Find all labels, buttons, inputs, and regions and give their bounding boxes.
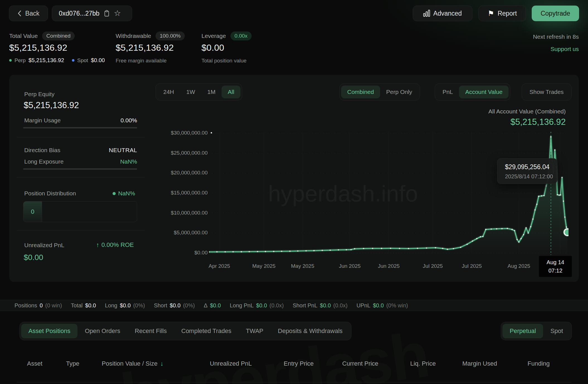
x-tick-2: May 2025	[283, 263, 322, 269]
tooltip-time: 2025/8/14 07:12:00	[505, 173, 557, 180]
summary-item-4: Δ$0.0	[204, 302, 221, 309]
chart-tooltip: $29,095,256.04 2025/8/14 07:12:00	[497, 158, 557, 184]
summary-item-5: Long PnL$0.0(0.0x)	[230, 302, 284, 309]
summary-item-6: Short PnL$0.0(0.0x)	[293, 302, 348, 309]
x-tick-6: Jul 2025	[452, 263, 491, 269]
x-tick-7: Aug 2025	[499, 263, 538, 269]
tab-asset-positions[interactable]: Asset Positions	[21, 324, 77, 338]
col-asset[interactable]: Asset	[27, 360, 42, 367]
col-liq-price[interactable]: Liq. Price	[410, 360, 436, 367]
x-tick-3: Jun 2025	[330, 263, 369, 269]
x-tick-1: May 2025	[244, 263, 283, 269]
tab-twap[interactable]: TWAP	[239, 324, 271, 338]
summary-item-3: Short$0.0(0%)	[154, 302, 195, 309]
summary-item-7: UPnL$0.0(0% win)	[356, 302, 408, 309]
crosshair-date-box: Aug 14 07:12	[539, 256, 572, 277]
summary-item-0: Positions0(0 win)	[14, 302, 62, 309]
tab-open-orders[interactable]: Open Orders	[77, 324, 127, 338]
tab-recent-fills[interactable]: Recent Fills	[128, 324, 174, 338]
positions-summary-strip: Positions0(0 win)Total$0.0Long$0.0(0%)Sh…	[0, 300, 588, 311]
table-header-divider	[17, 382, 571, 382]
tab-completed-trades[interactable]: Completed Trades	[174, 324, 239, 338]
market-toggle: Perpetual Spot	[501, 322, 572, 340]
x-tick-0: Apr 2025	[200, 263, 239, 269]
col-entry-price[interactable]: Entry Price	[284, 360, 314, 367]
crosshair-time: 07:12	[539, 266, 572, 275]
col-current-price[interactable]: Current Price	[342, 360, 378, 367]
summary-item-1: Total$0.0	[71, 302, 96, 309]
col-type[interactable]: Type	[66, 360, 79, 367]
crosshair-date: Aug 14	[539, 258, 572, 266]
col-unrealized-pnl[interactable]: Unrealized PnL	[210, 360, 252, 367]
x-tick-4: Jun 2025	[369, 263, 408, 269]
x-tick-5: Jul 2025	[413, 263, 452, 269]
col-funding[interactable]: Funding	[528, 360, 550, 367]
market-perpetual[interactable]: Perpetual	[502, 324, 543, 338]
col-margin-used[interactable]: Margin Used	[462, 360, 497, 367]
tooltip-value: $29,095,256.04	[505, 163, 557, 171]
account-value-chart[interactable]	[209, 130, 568, 255]
summary-item-2: Long$0.0(0%)	[105, 302, 145, 309]
col-position-value-size[interactable]: Position Value / Size ↓	[102, 360, 163, 367]
sort-desc-icon: ↓	[160, 360, 163, 367]
market-spot[interactable]: Spot	[543, 324, 570, 338]
